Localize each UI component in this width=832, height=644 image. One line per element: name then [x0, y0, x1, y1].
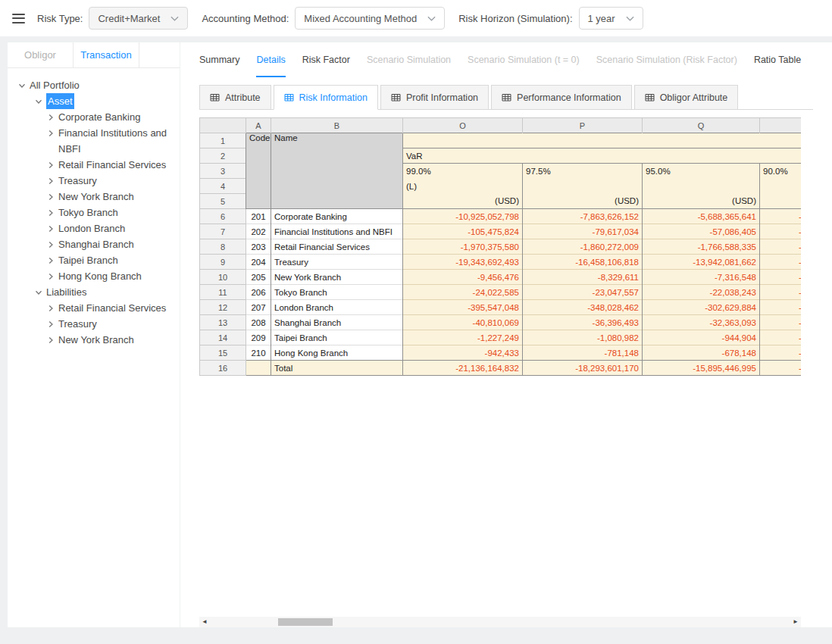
row-number[interactable]: 10 [200, 270, 246, 285]
scroll-right-arrow[interactable]: ► [790, 617, 801, 627]
value-cell[interactable]: -678,148 [643, 345, 760, 361]
chevron-right-icon[interactable] [47, 130, 55, 137]
chevron-right-icon[interactable] [47, 257, 55, 264]
value-cell[interactable]: -302,629,884 [643, 300, 760, 315]
corner-cell[interactable] [200, 118, 246, 133]
scroll-left-arrow[interactable]: ◄ [199, 617, 210, 627]
chevron-right-icon[interactable] [47, 209, 55, 217]
risk-type-select[interactable]: Credit+Market [89, 7, 188, 30]
value-cell[interactable]: -1,860,272,009 [523, 239, 643, 255]
code-cell[interactable]: 203 [246, 239, 271, 255]
value-cell-clipped[interactable]: -5,688,365,641 [760, 209, 802, 224]
total-value-cell[interactable]: -21,136,164,832 [403, 361, 523, 376]
row-number[interactable]: 15 [200, 345, 246, 361]
menu-icon[interactable] [12, 14, 25, 23]
tree-item-corporate-banking[interactable]: Corporate Banking [17, 109, 175, 125]
value-cell[interactable]: -944,904 [643, 330, 760, 345]
value-cell-clipped[interactable]: -57,086,405 [760, 224, 802, 239]
subtab-performance-information[interactable]: Performance Information [491, 85, 632, 110]
row-number[interactable]: 7 [200, 224, 246, 239]
tab-risk-factor[interactable]: Risk Factor [302, 42, 350, 77]
currency-label[interactable]: (USD) [643, 194, 760, 209]
chevron-right-icon[interactable] [47, 320, 55, 328]
chevron-right-icon[interactable] [47, 273, 55, 280]
column-letter[interactable]: P [523, 118, 643, 133]
tree-item-asset[interactable]: Asset [17, 93, 175, 109]
code-cell[interactable]: 205 [246, 270, 271, 285]
name-cell[interactable]: Financial Institutions and NBFI [271, 224, 403, 239]
row-number[interactable]: 4 [200, 179, 246, 194]
subtab-obligor-attribute[interactable]: Obligor Attribute [634, 85, 739, 110]
row-number[interactable]: 8 [200, 239, 246, 255]
name-cell[interactable]: Treasury [271, 255, 403, 270]
var-group-header[interactable]: VaR [403, 148, 802, 164]
value-cell-clipped[interactable]: -22,038,243 [760, 285, 802, 300]
value-cell[interactable]: -57,086,405 [643, 224, 760, 239]
chevron-down-icon[interactable] [18, 82, 26, 89]
value-cell[interactable]: -942,433 [403, 345, 523, 361]
row-number[interactable]: 2 [200, 148, 246, 164]
value-cell[interactable]: -32,363,093 [643, 315, 760, 330]
tree-item-london-branch[interactable]: London Branch [17, 220, 175, 236]
scrollbar-track[interactable] [210, 617, 790, 627]
chevron-right-icon[interactable] [47, 114, 55, 121]
row-number[interactable]: 6 [200, 209, 246, 224]
total-value-cell-clipped[interactable]: -15,895,446,995 [760, 361, 802, 376]
value-cell[interactable]: -19,343,692,493 [403, 255, 523, 270]
accounting-method-select[interactable]: Mixed Accounting Method [295, 7, 445, 30]
tree-item-all-portfolio[interactable]: All Portfolio [17, 77, 175, 93]
header-blank-cell[interactable] [403, 133, 802, 148]
total-label[interactable]: Total [271, 361, 403, 376]
tab-summary[interactable]: Summary [199, 42, 239, 77]
subtab-attribute[interactable]: Attribute [199, 85, 271, 110]
sidebar-tab-transaction[interactable]: Transaction [74, 42, 139, 67]
tree-item-new-york-branch[interactable]: New York Branch [17, 189, 175, 205]
chevron-down-icon[interactable] [35, 289, 42, 296]
chevron-right-icon[interactable] [47, 225, 55, 233]
tree-item-taipei-branch[interactable]: Taipei Branch [17, 252, 175, 268]
name-header[interactable]: Name [271, 133, 403, 209]
value-cell[interactable]: -24,022,585 [403, 285, 523, 300]
tree-item-treasury[interactable]: Treasury [17, 316, 175, 332]
percentile-header[interactable]: 99.0% [403, 164, 523, 179]
value-cell[interactable]: -16,458,106,818 [523, 255, 643, 270]
row-number[interactable]: 12 [200, 300, 246, 315]
value-cell[interactable]: -7,863,626,152 [523, 209, 643, 224]
row-number[interactable]: 1 [200, 133, 246, 148]
value-cell[interactable]: -395,547,048 [403, 300, 523, 315]
code-cell[interactable]: 206 [246, 285, 271, 300]
subtab-risk-information[interactable]: Risk Information [274, 85, 378, 110]
chevron-down-icon[interactable] [35, 98, 42, 105]
scrollbar-thumb[interactable] [278, 618, 333, 626]
value-cell[interactable]: -40,810,069 [403, 315, 523, 330]
header-empty-cell[interactable] [523, 179, 643, 194]
name-cell[interactable]: Hong Kong Branch [271, 345, 403, 361]
code-cell[interactable]: 204 [246, 255, 271, 270]
name-cell[interactable]: London Branch [271, 300, 403, 315]
tree-item-hong-kong-branch[interactable]: Hong Kong Branch [17, 268, 175, 284]
tree-item-tokyo-branch[interactable]: Tokyo Branch [17, 205, 175, 220]
chevron-right-icon[interactable] [47, 305, 55, 312]
value-cell[interactable]: -22,038,243 [643, 285, 760, 300]
code-cell[interactable]: 201 [246, 209, 271, 224]
currency-label[interactable]: (USD) [523, 194, 643, 209]
percentile-header[interactable]: 90.0% [760, 164, 802, 179]
total-value-cell[interactable]: -15,895,446,995 [643, 361, 760, 376]
tree-item-treasury[interactable]: Treasury [17, 173, 175, 189]
value-cell-clipped[interactable]: -13,942,081,662 [760, 255, 802, 270]
value-cell[interactable]: -36,396,493 [523, 315, 643, 330]
horizontal-scrollbar[interactable]: ◄ ► [199, 617, 801, 627]
value-cell-clipped[interactable]: -1,766,588,335 [760, 239, 802, 255]
name-cell[interactable]: New York Branch [271, 270, 403, 285]
value-cell[interactable]: -1,766,588,335 [643, 239, 760, 255]
chevron-right-icon[interactable] [47, 241, 55, 249]
sidebar-tab-obligor[interactable]: Obligor [8, 42, 74, 67]
value-cell[interactable]: -105,475,824 [403, 224, 523, 239]
subtab-profit-information[interactable]: Profit Information [380, 85, 489, 110]
chevron-right-icon[interactable] [47, 193, 55, 201]
tab-details[interactable]: Details [256, 42, 285, 77]
header-empty-cell[interactable] [760, 194, 802, 209]
chevron-right-icon[interactable] [47, 177, 55, 185]
name-cell[interactable]: Tokyo Branch [271, 285, 403, 300]
row-number[interactable]: 5 [200, 194, 246, 209]
